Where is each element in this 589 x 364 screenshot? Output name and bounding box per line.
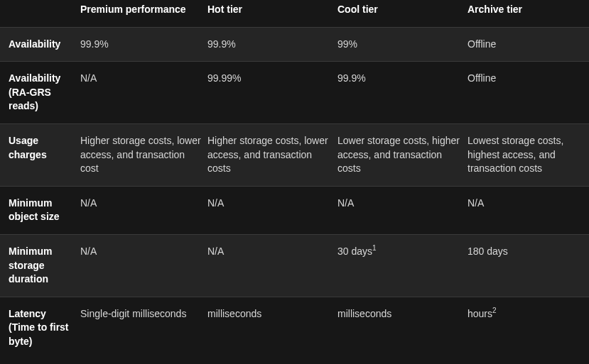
cell-cool: milliseconds	[337, 297, 468, 358]
cell-hot: Higher storage costs, lower access, and …	[207, 123, 337, 186]
row-label: Availability (RA-GRS reads)	[0, 62, 80, 124]
row-min-object-size: Minimum object size N/A N/A N/A N/A	[0, 186, 589, 234]
cell-hot: N/A	[207, 186, 337, 234]
cell-hot: 99.99%	[207, 62, 337, 124]
cell-premium: Single-digit milliseconds	[80, 297, 207, 358]
row-label: Availability	[0, 27, 80, 62]
cell-cool: 30 days1	[337, 234, 468, 297]
cell-archive-text: hours	[468, 308, 492, 319]
cell-premium: N/A	[80, 186, 207, 234]
cell-premium: N/A	[80, 234, 207, 297]
row-min-storage-duration: Minimum storage duration N/A N/A 30 days…	[0, 234, 589, 297]
cell-archive: Offline	[468, 62, 589, 124]
row-availability: Availability 99.9% 99.9% 99% Offline	[0, 27, 589, 62]
row-usage-charges: Usage charges Higher storage costs, lowe…	[0, 123, 589, 186]
cell-archive: N/A	[468, 186, 589, 234]
row-label: Minimum storage duration	[0, 234, 80, 297]
header-cool: Cool tier	[337, 0, 468, 27]
row-availability-ragrs: Availability (RA-GRS reads) N/A 99.99% 9…	[0, 62, 589, 124]
header-row: Premium performance Hot tier Cool tier A…	[0, 0, 589, 27]
cell-archive: Lowest storage costs, highest access, an…	[468, 123, 589, 186]
cell-cool: Lower storage costs, higher access, and …	[337, 123, 468, 186]
footnote-ref-2: 2	[492, 307, 497, 314]
cell-cool-text: 30 days	[337, 246, 372, 257]
cell-hot: milliseconds	[207, 297, 337, 358]
row-latency: Latency (Time to first byte) Single-digi…	[0, 297, 589, 358]
tier-comparison-table: Premium performance Hot tier Cool tier A…	[0, 0, 589, 359]
header-hot: Hot tier	[207, 0, 337, 27]
cell-archive: hours2	[468, 297, 589, 358]
cell-archive: 180 days	[468, 234, 589, 297]
cell-cool: N/A	[337, 186, 468, 234]
header-archive: Archive tier	[468, 0, 589, 27]
cell-archive: Offline	[468, 27, 589, 62]
row-label: Latency (Time to first byte)	[0, 297, 80, 358]
cell-cool: 99%	[337, 27, 468, 62]
cell-premium: N/A	[80, 62, 207, 124]
header-premium: Premium performance	[80, 0, 207, 27]
cell-hot: N/A	[207, 234, 337, 297]
row-label: Minimum object size	[0, 186, 80, 234]
cell-premium: Higher storage costs, lower access, and …	[80, 123, 207, 186]
cell-cool: 99.9%	[337, 62, 468, 124]
header-label	[0, 0, 80, 27]
cell-premium: 99.9%	[80, 27, 207, 62]
footnote-ref-1: 1	[372, 244, 377, 252]
row-label: Usage charges	[0, 123, 80, 186]
cell-hot: 99.9%	[207, 27, 337, 62]
